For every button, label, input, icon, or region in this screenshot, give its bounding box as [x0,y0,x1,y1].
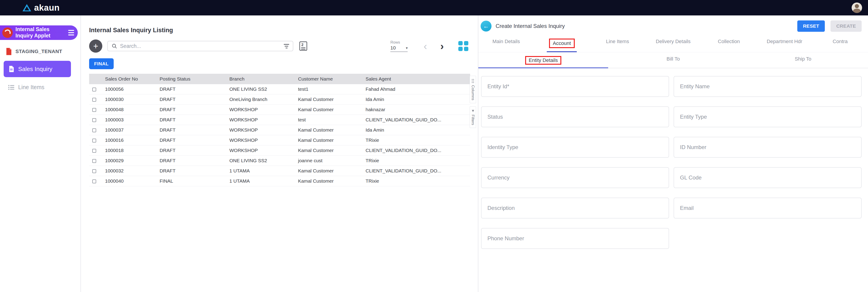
tab-main-details[interactable]: Main Details [478,36,534,52]
saved-filter-icon[interactable]: 2 [299,41,307,51]
add-button[interactable]: + [89,39,102,52]
cell-posting-status: DRAFT [156,84,226,95]
table-row[interactable]: 1000056 DRAFT ONE LIVING SS2 test1 Fahad… [89,84,470,95]
create-button[interactable]: CREATE [831,21,862,32]
cell-customer-name: test [295,115,362,125]
menu-icon[interactable] [68,30,74,35]
columns-side-tab-label: Columns [471,85,475,100]
subtab-entity-details[interactable]: Entity Details [478,54,608,68]
table-row[interactable]: 1000016 DRAFT WORKSHOP Kamal Customer TR… [89,135,470,145]
sidebar-applet-banner[interactable]: Internal Sales Inquiry Applet [0,26,78,40]
tab-label: Department Hdr [767,39,802,44]
cell-sales-agent: CLIENT_VALIDATION_GUID_DO... [362,145,470,156]
row-checkbox[interactable] [92,129,96,132]
email-field[interactable] [674,198,861,218]
filters-side-tab[interactable]: Filters [470,106,476,128]
gl-code-field[interactable] [674,168,861,188]
subtab-bill-to[interactable]: Bill To [608,54,738,68]
filter-icon[interactable] [284,44,289,48]
col-branch[interactable]: Branch [226,74,295,84]
entity-name-field[interactable] [674,76,861,97]
row-checkbox[interactable] [92,98,96,102]
final-filter-button[interactable]: FINAL [89,58,114,69]
entity-id-field[interactable] [482,76,669,97]
cell-order-no: 1000056 [102,84,156,95]
tab-contra[interactable]: Contra [812,36,868,52]
applet-label: Internal Sales Inquiry Applet [16,26,59,39]
cell-sales-agent: TRixie [362,135,470,145]
active-tab-indicator [547,51,577,52]
table-row[interactable]: 1000029 DRAFT ONE LIVING SS2 joanne cust… [89,156,470,166]
field-entity-id [481,76,669,97]
row-checkbox[interactable] [92,139,96,143]
col-posting-status[interactable]: Posting Status [156,74,226,84]
cell-posting-status: DRAFT [156,166,226,176]
cell-posting-status: DRAFT [156,115,226,125]
sidebar-tenant[interactable]: STAGING_TENANT [5,48,81,56]
row-checkbox[interactable] [92,169,96,173]
tab-label: Main Details [492,39,520,44]
cell-sales-agent: haknazar [362,105,470,115]
entity-type-field[interactable] [674,107,861,127]
sidebar-item-line-items[interactable]: Line Items [8,84,81,90]
description-field[interactable] [482,198,669,218]
search-input[interactable] [120,43,281,49]
id-number-field[interactable] [674,137,861,157]
annotation-highlight-account: Account [549,39,575,48]
field-id-number [674,137,862,158]
table-side-tabs: Columns Filters [470,76,476,128]
row-checkbox[interactable] [92,108,96,112]
listing-panel: Internal Sales Inquiry Listing + 2 [81,15,478,292]
table-row[interactable]: 1000037 DRAFT WORKSHOP Kamal Customer Id… [89,125,470,135]
tab-department-hdr[interactable]: Department Hdr [756,36,812,52]
status-field[interactable] [482,107,669,127]
search-box[interactable] [107,41,293,51]
rows-per-page[interactable]: Rows 10 ▾ [390,40,408,52]
table-row[interactable]: 1000030 DRAFT OneLiving Branch Kamal Cus… [89,95,470,105]
subtab-label: Ship To [795,56,811,62]
tab-account[interactable]: Account [534,36,590,52]
columns-side-tab[interactable]: Columns [470,76,476,103]
create-panel: ← Create Internal Sales Inquiry RESET CR… [478,15,868,292]
row-checkbox[interactable] [92,149,96,153]
col-customer-name[interactable]: Customer Name [295,74,362,84]
sidebar-item-label: Sales Inquiry [18,66,52,73]
table-row[interactable]: 1000040 FINAL 1 UTAMA Kamal Customer TRi… [89,176,470,186]
tab-collection[interactable]: Collection [701,36,756,52]
reset-button[interactable]: RESET [797,21,825,32]
col-sales-agent[interactable]: Sales Agent [362,74,470,84]
tab-line-items[interactable]: Line Items [590,36,645,52]
cell-customer-name: Kamal Customer [295,166,362,176]
tab-label: Contra [833,39,848,44]
grid-view-icon[interactable] [458,41,468,51]
account-subtabs: Entity Details Bill To Ship To [478,54,868,68]
table-row[interactable]: 1000018 DRAFT WORKSHOP Kamal Customer CL… [89,145,470,156]
user-avatar[interactable] [851,2,862,13]
sidebar-item-sales-inquiry[interactable]: Sales Inquiry [4,61,71,77]
phone-number-field[interactable] [482,228,669,249]
currency-field[interactable] [482,168,669,188]
tab-delivery-details[interactable]: Delivery Details [645,36,701,52]
table-row[interactable]: 1000003 DRAFT WORKSHOP test CLIENT_VALID… [89,115,470,125]
sidebar: Internal Sales Inquiry Applet STAGING_TE… [0,15,81,292]
saved-filter-count: 2 [302,43,304,47]
table-row[interactable]: 1000032 DRAFT 1 UTAMA Kamal Customer CLI… [89,166,470,176]
next-page-button[interactable]: › [440,41,444,51]
table-row[interactable]: 1000048 DRAFT WORKSHOP Kamal Customer ha… [89,105,470,115]
row-checkbox[interactable] [92,118,96,122]
row-checkbox[interactable] [92,179,96,183]
row-checkbox[interactable] [92,87,96,92]
col-sales-order-no[interactable]: Sales Order No [102,74,156,84]
brand-logo[interactable]: akaun [22,3,60,13]
cell-customer-name: joanne cust [295,156,362,166]
subtab-ship-to[interactable]: Ship To [738,54,868,68]
field-identity-type [481,137,669,158]
cell-posting-status: DRAFT [156,156,226,166]
row-checkbox[interactable] [92,159,96,163]
grip-icon [471,79,474,83]
back-button[interactable]: ← [480,21,492,32]
cell-order-no: 1000030 [102,95,156,105]
prev-page-button[interactable]: ‹ [424,41,427,51]
field-entity-type [674,106,862,127]
identity-type-field[interactable] [482,137,669,157]
